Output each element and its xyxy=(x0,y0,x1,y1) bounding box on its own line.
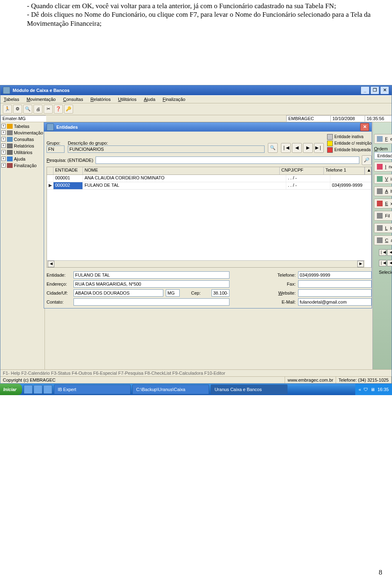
toolbar: 🏃 ⚙ 🔍 🖨 ✂ ❓ 🔑 xyxy=(0,103,392,115)
rec2-first-icon[interactable]: ❘◀ xyxy=(379,260,386,266)
tray-icon[interactable]: 🛡 xyxy=(363,387,368,392)
status-left: Emater-MG xyxy=(0,115,46,122)
email-field[interactable] xyxy=(298,298,372,306)
excluir-button[interactable]: Excluir... xyxy=(374,199,392,208)
fax-field[interactable] xyxy=(298,280,372,288)
filtrar-button[interactable]: Filtrar... xyxy=(374,211,392,221)
menu-movimentacao[interactable]: Movimentação xyxy=(27,97,56,102)
nav-prev-icon[interactable]: ◀ xyxy=(292,143,302,153)
table-row[interactable]: ▶ 000002 FULANO DE TAL . . / - 034)9999-… xyxy=(47,182,371,190)
col-selector[interactable] xyxy=(47,167,53,174)
tb-icon-4[interactable]: 🖨 xyxy=(33,105,42,114)
main-window: Módulo de Caixa e Bancos _ ❐ ✕ Tabelas M… xyxy=(0,85,392,384)
tb-icon-7[interactable]: 🔑 xyxy=(64,105,73,114)
quicklaunch-firefox-icon[interactable] xyxy=(43,385,52,394)
minimize-button[interactable]: _ xyxy=(361,86,370,94)
quicklaunch-browser-icon[interactable] xyxy=(33,385,42,394)
listar-button[interactable]: Listar... xyxy=(374,223,392,233)
contato-field[interactable] xyxy=(74,298,229,306)
menu-finalizacao[interactable]: Finalização xyxy=(163,97,185,102)
grupo-lookup-button[interactable]: 🔍 xyxy=(268,143,278,153)
taskbar-tab-ibexpert[interactable]: IB Expert xyxy=(54,385,131,394)
menubar: Tabelas Movimentação Consultas Relatório… xyxy=(0,95,392,103)
fax-label: Fax: xyxy=(271,282,296,286)
filter-icon xyxy=(377,213,383,219)
tree-relatorios[interactable]: +Relatórios xyxy=(1,143,44,149)
hscroll-left-icon[interactable]: ◀ xyxy=(48,261,54,267)
menu-tabelas[interactable]: Tabelas xyxy=(4,97,19,102)
rec2-prev-icon[interactable]: ◀ xyxy=(387,260,392,266)
carta-button[interactable]: Carta... xyxy=(374,235,392,245)
taskbar-tab-uranus[interactable]: Uranus Caixa e Bancos xyxy=(211,385,287,394)
tree-movimentacao[interactable]: +Movimentação xyxy=(1,130,44,136)
screenshot: Módulo de Caixa e Bancos _ ❐ ✕ Tabelas M… xyxy=(0,85,392,395)
menu-relatorios[interactable]: Relatórios xyxy=(90,97,111,102)
pesquisa-label: Pesquisa: (ENTIDADE) xyxy=(47,158,93,163)
menu-consultas[interactable]: Consultas xyxy=(63,97,83,102)
website-label: Website: xyxy=(271,291,296,295)
nav-next-icon[interactable]: ▶ xyxy=(303,143,313,153)
fechar-button[interactable]: Fechar xyxy=(374,134,392,144)
copyright-tel: Telefone: (34) 3215-1025 xyxy=(336,377,392,383)
col-telefone[interactable]: Telefone 1 xyxy=(324,167,365,174)
entidade-field[interactable] xyxy=(74,271,229,279)
tb-icon-1[interactable]: 🏃 xyxy=(3,105,12,114)
intro-p2: - Dê dois cliques no Nome do Funcionário… xyxy=(27,10,385,28)
tree-finalizacao[interactable]: +Finalização xyxy=(1,162,44,169)
rec-first-icon[interactable]: ❘◀ xyxy=(379,249,386,256)
uf-field[interactable] xyxy=(166,289,180,297)
tree-utilitarios[interactable]: +Utilitários xyxy=(1,149,44,156)
entidades-titlebar[interactable]: Entidades ✕ xyxy=(44,123,372,132)
tray-icon[interactable]: 🖥 xyxy=(370,387,375,392)
nav-first-icon[interactable]: ❘◀ xyxy=(281,143,291,153)
incluir-button[interactable]: Incluir xyxy=(374,162,392,172)
menu-ajuda[interactable]: Ajuda xyxy=(144,97,155,102)
letter-icon xyxy=(377,237,383,243)
delete-icon xyxy=(377,201,383,206)
telefone-field[interactable] xyxy=(298,271,372,279)
main-titlebar[interactable]: Módulo de Caixa e Bancos _ ❐ ✕ xyxy=(0,85,392,95)
taskbar: Iniciar IB Expert C:\Backup\Uranus\Caixa… xyxy=(0,384,392,395)
tree-tabelas[interactable]: +Tabelas xyxy=(1,123,44,130)
table-row[interactable]: 000001 ANA CLAUDIA CORDEIRO NOMINATO . .… xyxy=(47,175,371,182)
tree-ajuda[interactable]: +Ajuda xyxy=(1,156,44,162)
col-cnpj[interactable]: CNPJ/CPF xyxy=(280,167,324,174)
quicklaunch-ie-icon[interactable] xyxy=(24,385,33,394)
website-field[interactable] xyxy=(298,289,372,297)
tb-icon-3[interactable]: 🔍 xyxy=(23,105,32,114)
cidade-label: Cidade/Uf: xyxy=(47,291,71,295)
entidade-label: Entidade: xyxy=(47,273,71,277)
col-entidade[interactable]: ENTIDADE xyxy=(53,167,83,174)
hscroll-right-icon[interactable]: ▶ xyxy=(357,261,364,267)
nav-tree: +Tabelas +Movimentação +Consultas +Relat… xyxy=(0,122,45,369)
rec-prev-icon[interactable]: ◀ xyxy=(387,249,392,256)
cep-field[interactable] xyxy=(212,289,229,297)
menu-utilitarios[interactable]: Utilitários xyxy=(118,97,136,102)
cidade-field[interactable] xyxy=(74,289,163,297)
grid-hscroll[interactable]: ◀ ▶ xyxy=(47,260,365,267)
telefone-label: Telefone: xyxy=(271,273,296,277)
maximize-button[interactable]: ❐ xyxy=(370,86,379,94)
endereco-field[interactable] xyxy=(74,280,229,288)
visualizar-button[interactable]: Visualizar xyxy=(374,174,392,184)
start-button[interactable]: Iniciar xyxy=(0,384,22,395)
cep-label: Cep: xyxy=(191,291,209,295)
taskbar-tab-explorer[interactable]: C:\Backup\Uranus\Caixa xyxy=(132,385,209,394)
pesquisa-button[interactable]: 🔎 xyxy=(362,155,372,165)
ordem-select[interactable]: Entidade xyxy=(374,152,392,159)
legend-restricao: Entidade c/ restrição xyxy=(327,141,372,146)
entidades-close-button[interactable]: ✕ xyxy=(360,123,369,131)
nav-last-icon[interactable]: ▶❘ xyxy=(314,143,324,153)
entidades-grid: ENTIDADE NOME CNPJ/CPF Telefone 1 ▲ 0000… xyxy=(47,167,372,268)
pesquisa-input[interactable] xyxy=(96,157,359,164)
tb-icon-5[interactable]: ✂ xyxy=(44,105,53,114)
tb-icon-2[interactable]: ⚙ xyxy=(13,105,22,114)
close-button[interactable]: ✕ xyxy=(380,86,389,94)
legend-inativa: Entidade inativa xyxy=(327,134,372,140)
tree-consultas[interactable]: +Consultas xyxy=(1,136,44,143)
system-tray[interactable]: « 🛡 🖥 16:35 xyxy=(355,384,392,395)
alterar-button[interactable]: Alterar xyxy=(374,186,392,196)
tb-icon-6[interactable]: ❓ xyxy=(54,105,63,114)
vscroll-up-icon[interactable]: ▲ xyxy=(365,167,371,174)
col-nome[interactable]: NOME xyxy=(83,167,280,174)
